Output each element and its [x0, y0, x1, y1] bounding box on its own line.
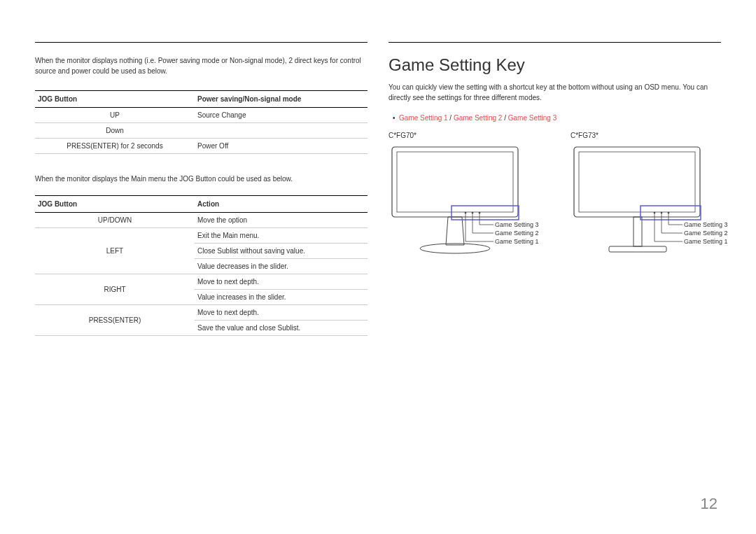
- table-row: PRESS(ENTER) for 2 seconds Power Off: [35, 139, 368, 154]
- table-row: UP/DOWNMove the option: [35, 213, 368, 228]
- model-label-0: C*FG70*: [388, 132, 550, 139]
- svg-rect-9: [634, 217, 642, 246]
- svg-rect-11: [640, 206, 701, 220]
- svg-rect-7: [574, 147, 700, 217]
- svg-rect-8: [579, 152, 695, 212]
- table2-head-0: JOG Button: [35, 196, 195, 213]
- jog-table-mainmenu: JOG Button Action UP/DOWNMove the option…: [35, 195, 368, 336]
- model-label-1: C*FG73*: [570, 132, 732, 139]
- page-number: 12: [701, 495, 718, 513]
- jog-table-powermode: JOG Button Power saving/Non-signal mode …: [35, 90, 368, 154]
- svg-rect-3: [451, 206, 519, 220]
- monitor-diagram-1: Game Setting 3 Game Setting 2 Game Setti…: [570, 143, 732, 269]
- table2-head-1: Action: [195, 196, 368, 213]
- table1-head-0: JOG Button: [35, 91, 195, 108]
- section-desc: You can quickly view the setting with a …: [388, 82, 721, 103]
- table-row: RIGHTMove to next depth.: [35, 274, 368, 290]
- table-row: Down: [35, 123, 368, 139]
- table-row: PRESS(ENTER)Move to next depth.: [35, 305, 368, 321]
- table1-head-1: Power saving/Non-signal mode: [195, 91, 368, 108]
- table-row: LEFTExit the Main menu.: [35, 228, 368, 244]
- monitor-diagram-0: Game Setting 3 Game Setting 2 Game Setti…: [388, 143, 550, 269]
- game-setting-bullet: • Game Setting 1 / Game Setting 2 / Game…: [393, 114, 721, 122]
- svg-rect-10: [609, 246, 666, 252]
- intro-text-left: When the monitor displays nothing (i.e. …: [35, 55, 368, 76]
- svg-rect-1: [397, 152, 513, 212]
- callout-g1: Game Setting 1: [684, 237, 728, 247]
- between-text: When the monitor displays the Main menu …: [35, 174, 368, 184]
- section-title: Game Setting Key: [388, 55, 721, 75]
- table-row: UP Source Change: [35, 108, 368, 123]
- callout-g1: Game Setting 1: [495, 237, 539, 247]
- svg-rect-0: [392, 147, 518, 217]
